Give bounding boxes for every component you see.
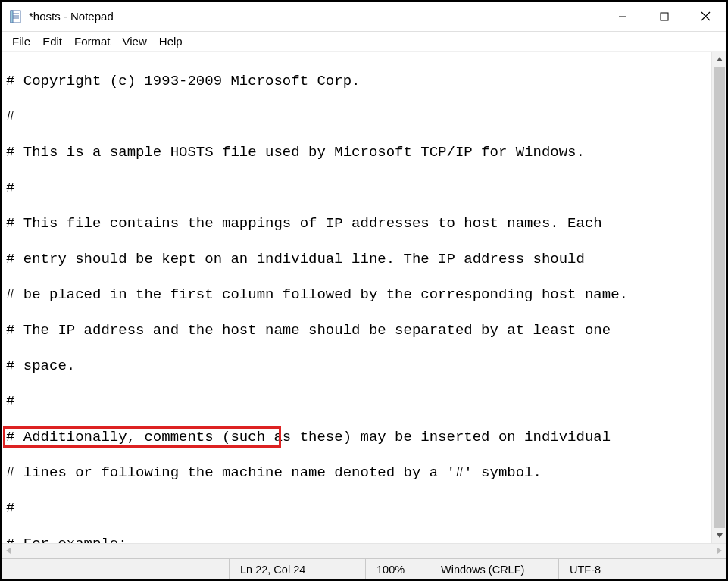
svg-marker-12 [717,548,722,554]
editor-line: # [6,500,707,518]
editor-line: # space. [6,358,707,376]
scroll-down-arrow[interactable] [712,528,726,543]
status-cursor-position: Ln 22, Col 24 [229,559,365,579]
editor-line: # The IP address and the host name shoul… [6,322,707,340]
editor-line: # entry should be kept on an individual … [6,251,707,269]
minimize-button[interactable] [601,2,643,31]
editor-line: # [6,108,707,127]
menu-help[interactable]: Help [153,33,189,49]
close-button[interactable] [685,2,726,31]
svg-marker-9 [717,57,723,61]
editor-line: # lines or following the machine name de… [6,464,707,483]
editor-line: # This is a sample HOSTS file used by Mi… [6,144,707,162]
editor-line: # [6,180,707,198]
vertical-scrollbar[interactable] [711,52,726,543]
horizontal-scrollbar[interactable] [2,543,726,558]
scroll-up-arrow[interactable] [712,52,726,67]
scroll-left-arrow[interactable] [5,547,12,556]
notepad-window: *hosts - Notepad File Edit Format View H… [0,0,728,581]
status-zoom: 100% [365,559,430,579]
maximize-button[interactable] [643,2,685,31]
text-editor[interactable]: # Copyright (c) 1993-2009 Microsoft Corp… [2,52,711,543]
status-encoding: UTF-8 [558,559,726,579]
editor-line: # be placed in the first column followed… [6,286,707,305]
svg-marker-10 [717,533,723,538]
svg-marker-11 [6,548,11,554]
window-controls [601,2,726,31]
scroll-right-arrow[interactable] [716,547,723,556]
editor-line: # Copyright (c) 1993-2009 Microsoft Corp… [6,73,707,91]
scroll-thumb[interactable] [714,67,725,528]
menu-file[interactable]: File [6,33,36,49]
editor-line: # Additionally, comments (such as these)… [6,429,707,447]
window-title: *hosts - Notepad [29,10,601,23]
editor-line: # This file contains the mappings of IP … [6,215,707,233]
titlebar[interactable]: *hosts - Notepad [2,2,726,32]
notepad-icon [9,10,23,23]
status-line-ending: Windows (CRLF) [430,559,558,579]
menu-edit[interactable]: Edit [36,33,68,49]
svg-rect-4 [11,11,13,23]
menubar: File Edit Format View Help [2,32,726,52]
editor-line: # For example: [6,536,707,544]
statusbar: Ln 22, Col 24 100% Windows (CRLF) UTF-8 [2,558,726,579]
content-area: # Copyright (c) 1993-2009 Microsoft Corp… [2,52,726,543]
menu-view[interactable]: View [117,33,153,49]
svg-rect-6 [661,13,668,20]
menu-format[interactable]: Format [68,33,117,49]
editor-line: # [6,393,707,411]
status-spacer [2,559,229,579]
